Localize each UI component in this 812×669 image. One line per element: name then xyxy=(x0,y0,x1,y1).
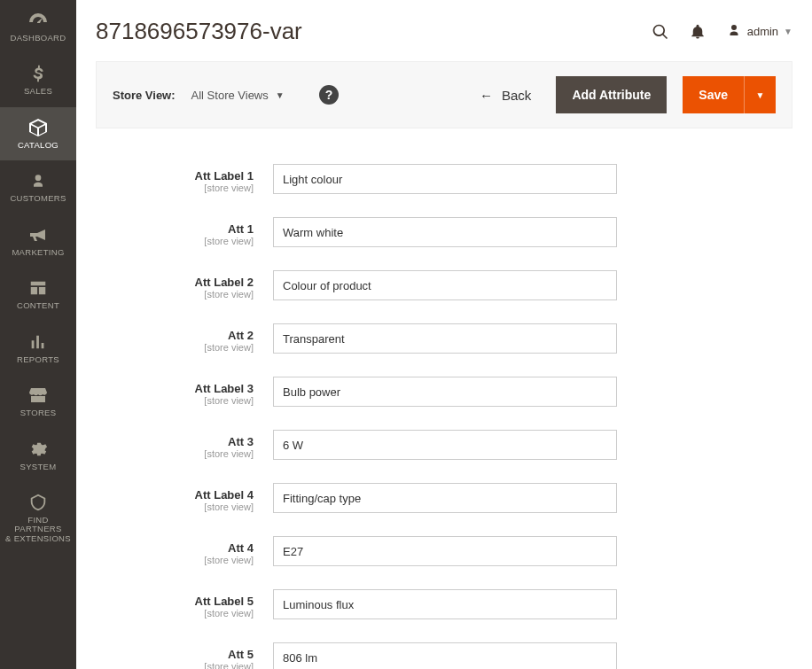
field-input-col xyxy=(273,589,617,619)
page-title: 8718696573976-var xyxy=(96,18,302,45)
field-input-col xyxy=(273,377,617,407)
back-button[interactable]: ← Back xyxy=(471,88,540,103)
form-row: Att 3[store view] xyxy=(96,430,792,460)
sidebar-item-label: CATALOG xyxy=(18,141,59,150)
puzzle-icon xyxy=(28,491,48,514)
attribute-input[interactable] xyxy=(273,483,617,513)
field-input-col xyxy=(273,430,617,460)
attribute-input[interactable] xyxy=(273,642,617,669)
save-dropdown-toggle[interactable]: ▼ xyxy=(744,76,776,113)
field-label: Att Label 4 xyxy=(96,488,254,502)
gear-icon xyxy=(28,438,48,461)
person-icon xyxy=(29,169,47,192)
store-view-switcher[interactable]: All Store Views ▼ xyxy=(191,89,285,102)
field-label-col: Att Label 5[store view] xyxy=(96,589,273,618)
caret-down-icon: ▼ xyxy=(784,27,792,36)
field-input-col xyxy=(273,536,617,566)
product-form: Att Label 1[store view]Att 1[store view]… xyxy=(76,128,812,669)
gauge-icon xyxy=(27,9,49,32)
sidebar-item-system[interactable]: SYSTEM xyxy=(0,429,76,482)
sidebar-item-catalog[interactable]: CATALOG xyxy=(0,107,76,160)
sidebar-item-customers[interactable]: CUSTOMERS xyxy=(0,160,76,214)
sidebar-item-stores[interactable]: STORES xyxy=(0,375,76,428)
megaphone-icon xyxy=(27,223,49,246)
attribute-input[interactable] xyxy=(273,536,617,566)
form-row: Att Label 2[store view] xyxy=(96,270,792,300)
attribute-input[interactable] xyxy=(273,430,617,460)
sidebar-item-marketing[interactable]: MARKETING xyxy=(0,214,76,268)
attribute-input[interactable] xyxy=(273,589,617,619)
sidebar-item-content[interactable]: CONTENT xyxy=(0,268,76,321)
field-input-col xyxy=(273,270,617,300)
sidebar-item-label: CONTENT xyxy=(17,301,59,310)
main-content: 8718696573976-var admin ▼ Store View: Al… xyxy=(76,0,812,669)
help-icon[interactable]: ? xyxy=(318,84,340,105)
bar-chart-icon xyxy=(28,331,48,354)
dollar-icon xyxy=(28,62,48,85)
sidebar-item-partners[interactable]: FIND PARTNERS & EXTENSIONS xyxy=(0,482,76,554)
attribute-input[interactable] xyxy=(273,164,617,194)
form-row: Att Label 5[store view] xyxy=(96,589,792,619)
bell-icon[interactable] xyxy=(689,23,707,41)
store-view-value: All Store Views xyxy=(191,89,269,102)
page-toolbar: Store View: All Store Views ▼ ? ← Back A… xyxy=(96,61,792,128)
caret-down-icon: ▼ xyxy=(276,90,285,100)
field-label-col: Att Label 2[store view] xyxy=(96,270,273,299)
field-scope: [store view] xyxy=(96,289,254,299)
field-label-col: Att Label 3[store view] xyxy=(96,377,273,406)
admin-sidebar: DASHBOARD SALES CATALOG CUSTOMERS MARKET… xyxy=(0,0,76,669)
field-scope: [store view] xyxy=(96,236,254,246)
svg-text:?: ? xyxy=(324,88,332,102)
sidebar-item-sales[interactable]: SALES xyxy=(0,53,76,106)
layout-icon xyxy=(28,276,48,299)
sidebar-item-dashboard[interactable]: DASHBOARD xyxy=(0,0,76,53)
field-label: Att 3 xyxy=(96,435,254,448)
field-label-col: Att 3[store view] xyxy=(96,430,273,459)
field-label-col: Att Label 4[store view] xyxy=(96,483,273,512)
field-label: Att 2 xyxy=(96,329,254,342)
field-input-col xyxy=(273,164,617,194)
field-label-col: Att 5[store view] xyxy=(96,642,273,669)
arrow-left-icon: ← xyxy=(480,88,493,103)
form-row: Att Label 3[store view] xyxy=(96,377,792,407)
attribute-input[interactable] xyxy=(273,217,617,247)
box-icon xyxy=(27,116,49,139)
field-scope: [store view] xyxy=(96,555,254,565)
field-scope: [store view] xyxy=(96,183,254,193)
attribute-input[interactable] xyxy=(273,377,617,407)
attribute-input[interactable] xyxy=(273,270,617,300)
save-button[interactable]: Save xyxy=(683,76,744,113)
sidebar-item-label: SYSTEM xyxy=(20,463,57,471)
sidebar-item-label: MARKETING xyxy=(12,248,64,257)
store-view-label: Store View: xyxy=(113,89,176,102)
account-menu[interactable]: admin ▼ xyxy=(726,22,792,41)
caret-down-icon: ▼ xyxy=(756,90,765,100)
header-actions: admin ▼ xyxy=(652,22,792,41)
save-button-group: Save ▼ xyxy=(683,76,776,113)
form-row: Att 4[store view] xyxy=(96,536,792,566)
field-input-col xyxy=(273,323,617,354)
field-input-col xyxy=(273,642,617,669)
field-label: Att Label 2 xyxy=(96,276,254,289)
field-scope: [store view] xyxy=(96,502,254,512)
field-input-col xyxy=(273,217,617,247)
sidebar-item-label: STORES xyxy=(20,408,57,417)
field-label: Att 4 xyxy=(96,541,254,555)
field-label: Att 5 xyxy=(96,648,254,661)
form-row: Att 2[store view] xyxy=(96,323,792,354)
user-icon xyxy=(726,22,742,41)
attribute-input[interactable] xyxy=(273,323,617,354)
back-label: Back xyxy=(502,88,531,103)
search-icon[interactable] xyxy=(652,23,669,41)
field-label: Att 1 xyxy=(96,222,254,236)
sidebar-item-reports[interactable]: REPORTS xyxy=(0,322,76,375)
storefront-icon xyxy=(27,384,49,407)
sidebar-item-label: DASHBOARD xyxy=(11,34,66,43)
form-row: Att 1[store view] xyxy=(96,217,792,247)
field-scope: [store view] xyxy=(96,661,254,669)
sidebar-item-label: SALES xyxy=(24,87,52,96)
field-label-col: Att 1[store view] xyxy=(96,217,273,246)
add-attribute-button[interactable]: Add Attribute xyxy=(556,76,667,113)
field-label: Att Label 3 xyxy=(96,382,254,395)
sidebar-item-label: CUSTOMERS xyxy=(10,194,66,203)
